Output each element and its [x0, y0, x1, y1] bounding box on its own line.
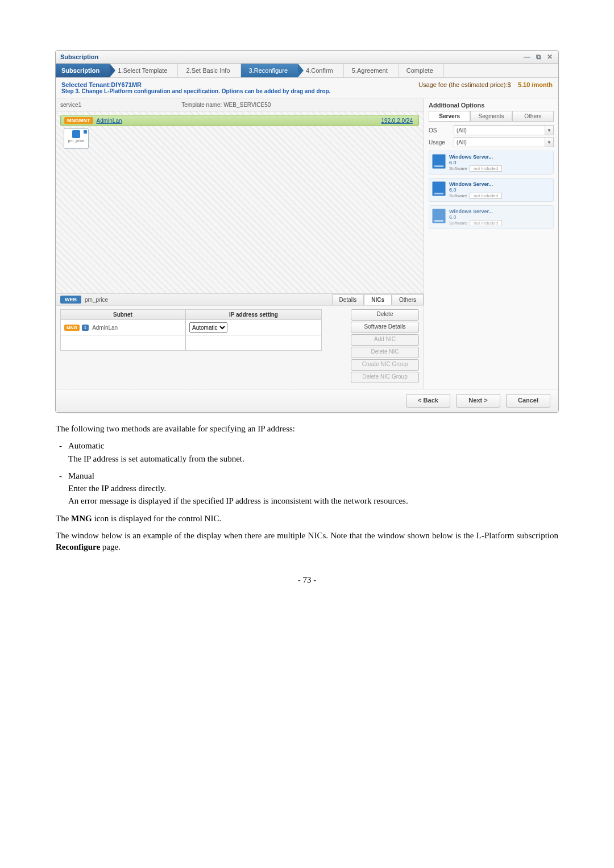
software-details-button[interactable]: Software Details [351, 322, 419, 333]
server-icon [72, 130, 80, 138]
sidebar-tab-servers[interactable]: Servers [429, 111, 470, 122]
server-type-tag: WEB [60, 296, 81, 304]
minimize-icon[interactable]: — [523, 53, 531, 61]
server-icon [432, 181, 446, 196]
back-button[interactable]: < Back [406, 394, 450, 408]
segment-ip-link[interactable]: 192.0.2.0/24 [381, 118, 413, 124]
doc-body: The following two methods are available … [56, 423, 558, 553]
template-name: Template name: WEB_SERVICE50 [181, 102, 271, 108]
server-node-label: pm_price [64, 139, 88, 143]
nic-row-subnet: MNG 1 AdminLan [60, 320, 185, 335]
palette-sw-value: not included [470, 193, 502, 199]
os-filter-dropdown-icon[interactable]: ▼ [545, 125, 554, 135]
wizard-root: Subscription [56, 64, 110, 77]
palette-sw-value: not included [470, 165, 502, 172]
footer-nav: < Back Next > Cancel [56, 389, 558, 412]
palette-name: Windows Server... [449, 154, 502, 160]
info-bar: Selected Tenant:DIY671MR Step 3. Change … [56, 78, 558, 98]
tab-others[interactable]: Others [392, 294, 424, 305]
tab-nics[interactable]: NICs [364, 294, 392, 305]
mng-chip: MNG [64, 325, 80, 331]
segment-tag: MNGMNT [64, 117, 93, 124]
usage-filter-dropdown-icon[interactable]: ▼ [545, 137, 554, 147]
detach-icon[interactable]: ⧉ [534, 53, 542, 61]
segment-bar[interactable]: MNGMNT AdminLan 192.0.2.0/24 [60, 115, 419, 126]
sidebar-title: Additional Options [429, 102, 554, 109]
wizard-step-5[interactable]: 5.Agreement [344, 64, 399, 77]
server-icon [432, 154, 446, 169]
doc-auto-d: The IP address is set automatically from… [68, 453, 558, 464]
doc-auto-h: Automatic [68, 441, 104, 450]
doc-intro: The following two methods are available … [56, 423, 558, 434]
delete-nic-group-button[interactable]: Delete NIC Group [351, 372, 419, 383]
add-nic-button[interactable]: Add NIC [351, 334, 419, 346]
tab-details[interactable]: Details [332, 294, 364, 305]
sidebar-tab-others[interactable]: Others [512, 111, 554, 122]
palette-server-1[interactable]: Windows Server... 6.0 Software not inclu… [429, 151, 554, 175]
wizard-steps: Subscription 1.Select Template 2.Set Bas… [56, 64, 558, 78]
wizard-step-4[interactable]: 4.Confirm [298, 64, 344, 77]
segment-name-link[interactable]: AdminLan [97, 118, 122, 124]
wizard-step-3[interactable]: 3.Reconfigure [241, 64, 298, 77]
cancel-button[interactable]: Cancel [506, 394, 550, 408]
usage-filter-label: Usage [429, 139, 454, 146]
nic-ip-empty [185, 335, 322, 351]
nic-row-empty [60, 335, 185, 351]
doc-mng-line: The MNG icon is displayed for the contro… [56, 513, 558, 524]
palette-name: Windows Server... [449, 181, 502, 187]
doc-man-d2: An error message is displayed if the spe… [68, 495, 558, 506]
server-nic-dot-icon [84, 130, 87, 134]
server-name: pm_price [85, 297, 108, 303]
server-icon [432, 209, 446, 223]
col-subnet: Subnet [60, 309, 185, 320]
doc-win-line: The window below is an example of the di… [56, 530, 558, 553]
os-filter-value[interactable]: (All) [454, 125, 545, 135]
palette-ver: 6.0 [449, 160, 502, 165]
nic-subnet-name: AdminLan [92, 325, 118, 331]
tenant-label: Selected Tenant:DIY671MR [61, 81, 330, 88]
doc-man-d1: Enter the IP address directly. [68, 483, 558, 494]
os-filter-label: OS [429, 127, 454, 134]
server-node[interactable]: pm_price [64, 128, 89, 149]
doc-man-h: Manual [68, 471, 94, 480]
usage-fee-value: 5.10 /month [518, 81, 553, 88]
close-icon[interactable]: ✕ [546, 53, 554, 61]
palette-sw-value: not included [470, 220, 502, 226]
usage-filter-value[interactable]: (All) [454, 137, 545, 147]
create-nic-group-button[interactable]: Create NIC Group [351, 359, 419, 371]
palette-ver: 6.0 [449, 214, 502, 220]
palette-sw-label: Software [449, 193, 467, 198]
sidebar-tab-segments[interactable]: Segments [470, 111, 512, 122]
subscription-window: Subscription — ⧉ ✕ Subscription 1.Select… [55, 50, 559, 413]
ip-mode-select[interactable]: Automatic [189, 322, 227, 333]
wizard-step-complete: Complete [399, 64, 444, 77]
step-description: Step 3. Change L-Platform configuration … [61, 88, 330, 94]
titlebar: Subscription — ⧉ ✕ [56, 51, 558, 64]
delete-nic-button[interactable]: Delete NIC [351, 347, 419, 358]
col-ip-setting: IP address setting [185, 309, 322, 320]
palette-sw-label: Software [449, 221, 467, 226]
nic-panel: WEB pm_price Details NICs Others Subnet [56, 294, 424, 389]
service-name: service1 [56, 102, 86, 108]
additional-options-panel: Additional Options Servers Segments Othe… [424, 98, 558, 389]
usage-fee-label: Usage fee (the estimated price):$ [418, 81, 511, 88]
nic-ip-mode-cell: Automatic [185, 320, 322, 335]
palette-name: Windows Server... [449, 209, 502, 214]
delete-button[interactable]: Delete [351, 309, 419, 321]
page-number: - 73 - [0, 575, 614, 585]
palette-server-3[interactable]: Windows Server... 6.0 Software not inclu… [429, 205, 554, 229]
wizard-step-2[interactable]: 2.Set Basic Info [178, 64, 240, 77]
palette-server-2[interactable]: Windows Server... 6.0 Software not inclu… [429, 178, 554, 202]
topology-canvas[interactable]: MNGMNT AdminLan 192.0.2.0/24 pm_price [56, 111, 424, 294]
wizard-step-1[interactable]: 1.Select Template [110, 64, 178, 77]
palette-ver: 6.0 [449, 187, 502, 193]
next-button[interactable]: Next > [456, 394, 500, 408]
service-header: service1 Template name: WEB_SERVICE50 [56, 98, 424, 111]
window-title: Subscription [60, 53, 98, 60]
palette-sw-label: Software [449, 166, 467, 171]
nic-index: 1 [82, 325, 89, 331]
